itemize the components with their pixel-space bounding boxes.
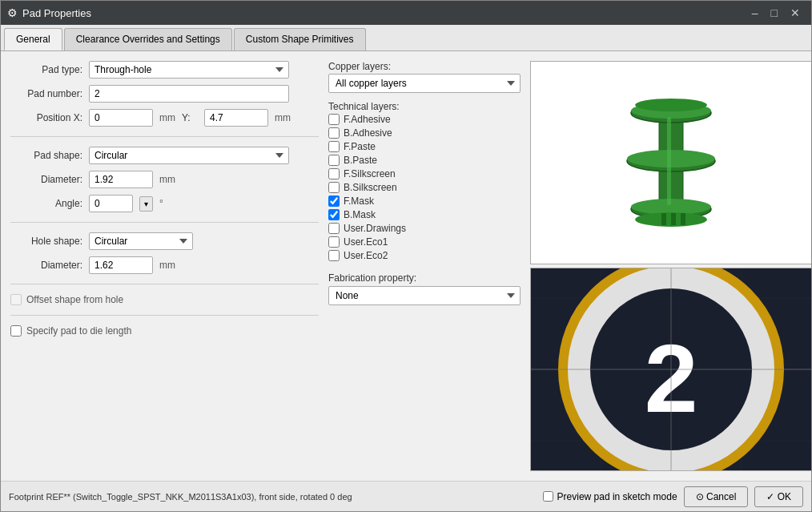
close-button[interactable]: ✕: [786, 5, 805, 21]
f-silkscreen-label: F.Silkscreen: [344, 168, 396, 179]
layer-b-adhesive: B.Adhesive: [328, 127, 521, 139]
layer-user-eco2: User.Eco2: [328, 250, 521, 261]
position-y-input[interactable]: [204, 109, 268, 127]
divider-1: [10, 136, 319, 137]
offset-label: Offset shape from hole: [26, 294, 123, 305]
layer-f-paste: F.Paste: [328, 141, 521, 152]
b-adhesive-checkbox[interactable]: [328, 127, 340, 139]
layer-f-mask: F.Mask: [328, 196, 521, 207]
specify-pad-checkbox[interactable]: [10, 325, 22, 337]
b-paste-label: B.Paste: [344, 155, 377, 166]
angle-input[interactable]: [89, 195, 133, 212]
offset-row: Offset shape from hole: [10, 294, 319, 305]
divider-4: [10, 315, 319, 316]
hole-diameter-unit: mm: [159, 260, 175, 271]
user-eco1-checkbox[interactable]: [328, 236, 340, 248]
f-silkscreen-checkbox[interactable]: [328, 168, 340, 179]
layer-user-eco1: User.Eco1: [328, 236, 521, 248]
diameter-input[interactable]: [89, 171, 153, 188]
tab-general[interactable]: General: [4, 28, 62, 50]
title-bar: ⚙ Pad Properties – □ ✕: [1, 1, 811, 25]
layer-user-drawings: User.Drawings: [328, 223, 521, 234]
sketch-mode-checkbox[interactable]: [543, 491, 553, 502]
position-y-unit: mm: [275, 112, 291, 123]
user-drawings-label: User.Drawings: [344, 223, 406, 234]
b-mask-checkbox[interactable]: [328, 209, 340, 220]
title-bar-controls: – □ ✕: [747, 5, 805, 21]
svg-rect-13: [681, 213, 685, 225]
b-silkscreen-checkbox[interactable]: [328, 182, 340, 193]
pad-number-label: Pad number:: [10, 88, 82, 99]
f-adhesive-label: F.Adhesive: [344, 114, 391, 125]
pad-shape-label: Pad shape:: [10, 150, 82, 161]
divider-2: [10, 222, 319, 223]
user-drawings-checkbox[interactable]: [328, 223, 340, 234]
specify-pad-label: Specify pad to die length: [26, 325, 131, 337]
tab-custom-shape[interactable]: Custom Shape Primitives: [234, 28, 366, 50]
sketch-mode-row: Preview pad in sketch mode: [543, 491, 677, 502]
offset-checkbox[interactable]: [10, 294, 22, 305]
f-mask-label: F.Mask: [344, 196, 374, 207]
preview-top-svg: [535, 93, 807, 233]
cancel-button[interactable]: ⊙ Cancel: [684, 486, 749, 507]
hole-diameter-input[interactable]: [89, 256, 153, 274]
pad-type-label: Pad type:: [10, 64, 82, 75]
fab-section-label: Fabrication property:: [328, 272, 521, 284]
angle-label: Angle:: [10, 198, 82, 209]
status-right: Preview pad in sketch mode ⊙ Cancel ✓ OK: [543, 486, 803, 507]
middle-panel: Copper layers: All copper layers F.Cu on…: [328, 61, 521, 471]
f-paste-label: F.Paste: [344, 141, 376, 152]
pad-number-input[interactable]: [89, 85, 289, 103]
fabrication-section: Fabrication property: None BGA pad Fiduc…: [328, 272, 521, 305]
technical-layers-list: F.Adhesive B.Adhesive F.Paste B.Paste: [328, 114, 521, 261]
f-adhesive-checkbox[interactable]: [328, 114, 340, 125]
pad-number-row: Pad number:: [10, 85, 319, 103]
title-bar-left: ⚙ Pad Properties: [7, 6, 91, 19]
preview-bottom: 2: [530, 268, 811, 471]
user-eco2-label: User.Eco2: [344, 250, 388, 261]
pad-type-row: Pad type: Through-hole SMD Connector NPT…: [10, 61, 319, 79]
divider-3: [10, 284, 319, 284]
b-mask-label: B.Mask: [344, 209, 376, 220]
copper-section-label: Copper layers:: [328, 61, 521, 72]
f-mask-checkbox[interactable]: [328, 196, 340, 207]
angle-unit: °: [159, 198, 163, 209]
preview-top: [530, 61, 811, 264]
svg-point-4: [635, 99, 707, 111]
tab-clearance[interactable]: Clearance Overrides and Settings: [64, 28, 232, 50]
layer-b-silkscreen: B.Silkscreen: [328, 182, 521, 193]
main-content: Pad type: Through-hole SMD Connector NPT…: [1, 51, 811, 481]
status-text: Footprint REF** (Switch_Toggle_SPST_NKK_…: [9, 492, 352, 502]
maximize-button[interactable]: □: [766, 5, 782, 21]
technical-section-label: Technical layers:: [328, 101, 521, 112]
f-paste-checkbox[interactable]: [328, 141, 340, 152]
b-silkscreen-label: B.Silkscreen: [344, 182, 397, 193]
minimize-button[interactable]: –: [747, 5, 763, 21]
angle-dropdown-btn[interactable]: ▾: [139, 196, 153, 212]
hole-diameter-row: Diameter: mm: [10, 256, 319, 274]
pad-type-select[interactable]: Through-hole SMD Connector NPTH, Mechani…: [89, 61, 289, 79]
hole-shape-row: Hole shape: Circular Oval: [10, 232, 319, 250]
diameter-label: Diameter:: [10, 174, 82, 185]
position-x-input[interactable]: [89, 109, 153, 127]
user-eco1-label: User.Eco1: [344, 236, 388, 248]
hole-shape-label: Hole shape:: [10, 236, 82, 247]
preview-bottom-svg: 2: [531, 268, 811, 471]
angle-row: Angle: ▾ °: [10, 195, 319, 212]
diameter-unit: mm: [159, 174, 175, 185]
title-bar-title: Pad Properties: [22, 7, 91, 19]
app-icon: ⚙: [7, 6, 18, 19]
diameter-row: Diameter: mm: [10, 171, 319, 188]
copper-layers-select[interactable]: All copper layers F.Cu only B.Cu only No…: [328, 74, 521, 93]
b-paste-checkbox[interactable]: [328, 155, 340, 166]
fabrication-select[interactable]: None BGA pad Fiducial, local Fiducial, g…: [328, 286, 521, 305]
pad-shape-select[interactable]: Circular Oval Rectangular Trapezoid Roun…: [89, 147, 289, 164]
layer-f-silkscreen: F.Silkscreen: [328, 168, 521, 179]
position-row: Position X: mm Y: mm: [10, 109, 319, 127]
hole-shape-select[interactable]: Circular Oval: [89, 232, 193, 250]
user-eco2-checkbox[interactable]: [328, 250, 340, 261]
svg-rect-11: [661, 213, 666, 225]
right-panel: 2: [530, 61, 811, 471]
ok-button[interactable]: ✓ OK: [754, 486, 803, 507]
sketch-mode-label: Preview pad in sketch mode: [557, 491, 677, 502]
